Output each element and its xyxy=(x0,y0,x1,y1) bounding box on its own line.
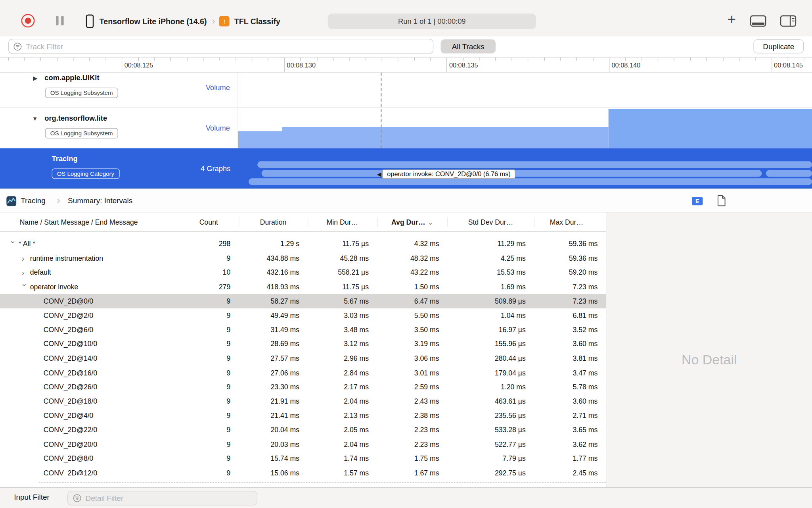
tooltip-arrow-icon: ◀ xyxy=(377,171,381,177)
row-min-cell: 3.48 ms xyxy=(308,326,377,334)
triangle-down-icon[interactable]: ▼ xyxy=(32,115,38,122)
breadcrumb-page[interactable]: Summary: Intervals xyxy=(68,196,132,205)
row-std-cell: 16.97 µs xyxy=(447,326,534,334)
track-filter-field[interactable] xyxy=(8,39,433,54)
extended-detail-button[interactable]: E xyxy=(692,197,703,205)
row-max-cell: 3.52 ms xyxy=(534,326,606,334)
row-name-cell: ›operator invoke xyxy=(0,283,179,291)
track-row-uikit[interactable]: ▶ com.apple.UIKit OS Logging Subsystem V… xyxy=(0,73,812,108)
ruler-tick-label: 00:08.125 xyxy=(124,62,153,69)
device-app-selector[interactable]: Tensorflow Lite iPhone (14.6) › ↑ TFL Cl… xyxy=(86,13,280,29)
header-count[interactable]: Count xyxy=(179,218,239,226)
table-row[interactable]: ›default10432.16 ms558.21 µs43.22 ms15.5… xyxy=(0,266,606,280)
ruler-tick xyxy=(122,58,122,73)
row-count-cell: 9 xyxy=(179,340,239,348)
table-row[interactable]: CONV_2D@12/0915.06 ms1.57 ms1.67 ms292.7… xyxy=(0,466,606,475)
document-button[interactable] xyxy=(717,195,726,209)
table-row[interactable]: CONV_2D@22/0920.04 ms2.05 ms2.23 ms533.2… xyxy=(0,423,606,437)
ruler-tick xyxy=(414,58,414,61)
row-max-cell: 3.81 ms xyxy=(534,354,606,362)
interval-bar[interactable] xyxy=(257,161,812,168)
row-min-cell: 2.04 ms xyxy=(308,441,377,448)
table-row[interactable]: CONV_2D@8/0915.74 ms1.74 ms1.75 ms7.79 µ… xyxy=(0,452,606,466)
track-label: ▶ com.apple.UIKit OS Logging Subsystem V… xyxy=(0,73,238,108)
track-filter-input[interactable] xyxy=(26,42,383,50)
row-max-cell: 3.60 ms xyxy=(534,398,606,406)
table-row[interactable]: CONV_2D@18/0921.91 ms2.04 ms2.43 ms463.6… xyxy=(0,394,606,408)
row-max-cell: 3.62 ms xyxy=(534,441,606,448)
track-row-tensorflow[interactable]: ▼ org.tensorflow.lite OS Logging Subsyst… xyxy=(0,108,812,148)
table-row[interactable]: ›* All *2981.29 s11.75 µs4.32 ms11.29 ms… xyxy=(0,237,606,251)
row-name-cell: CONV_2D@14/0 xyxy=(0,354,179,362)
row-name-label: CONV_2D@18/0 xyxy=(44,398,98,406)
row-name-cell: CONV_2D@20/0 xyxy=(0,441,179,448)
column-separator xyxy=(308,217,308,227)
all-tracks-button[interactable]: All Tracks xyxy=(441,39,496,53)
header-name[interactable]: Name / Start Message / End Message xyxy=(0,218,179,226)
header-duration[interactable]: Duration xyxy=(239,218,308,226)
right-panel-toggle[interactable] xyxy=(780,15,797,29)
record-button[interactable] xyxy=(21,14,35,27)
header-avg-dur[interactable]: Avg Dur…⌄ xyxy=(377,218,448,226)
pause-button[interactable] xyxy=(56,16,64,25)
row-duration-cell: 27.06 ms xyxy=(239,369,308,377)
triangle-right-icon[interactable]: ▶ xyxy=(33,75,38,82)
header-min-dur[interactable]: Min Dur… xyxy=(308,218,377,226)
ruler-tick xyxy=(138,58,138,61)
ruler-tick xyxy=(674,58,674,61)
detail-filter-field[interactable] xyxy=(67,491,257,506)
header-avg-dur-label: Avg Dur… xyxy=(391,218,425,226)
row-min-cell: 11.75 µs xyxy=(308,283,377,291)
row-min-cell: 2.17 ms xyxy=(308,383,377,391)
table-row[interactable]: CONV_2D@26/0923.30 ms2.17 ms2.59 ms1.20 … xyxy=(0,380,606,394)
table-row[interactable]: CONV_2D@10/0928.69 ms3.12 ms3.19 ms155.9… xyxy=(0,337,606,351)
ruler-tick xyxy=(772,58,772,73)
table-row[interactable]: ›runtime instrumentation9434.88 ms45.28 … xyxy=(0,251,606,266)
chevron-right-icon[interactable]: › xyxy=(22,254,30,262)
row-std-cell: 280.44 µs xyxy=(447,354,534,362)
row-avg-cell: 6.47 ms xyxy=(377,297,448,305)
header-std-dev-dur[interactable]: Std Dev Dur… xyxy=(447,218,534,226)
table-row[interactable]: CONV_2D@20/0920.03 ms2.04 ms2.23 ms522.7… xyxy=(0,437,606,451)
row-avg-cell: 1.50 ms xyxy=(377,283,448,291)
ruler-tick xyxy=(73,58,73,61)
duplicate-button[interactable]: Duplicate xyxy=(753,39,804,53)
bottom-panel-toggle[interactable] xyxy=(750,15,766,29)
row-avg-cell: 3.01 ms xyxy=(377,369,448,377)
chevron-right-icon[interactable]: › xyxy=(22,269,30,277)
track-name: Tracing xyxy=(52,154,78,163)
playhead-line[interactable] xyxy=(381,73,382,148)
row-count-cell: 9 xyxy=(179,441,239,448)
ruler-tick xyxy=(788,58,788,61)
ruler-tick xyxy=(301,58,301,61)
chevron-down-icon[interactable]: › xyxy=(10,241,17,247)
table-row[interactable]: CONV_2D@6/0931.49 ms3.48 ms3.50 ms16.97 … xyxy=(0,323,606,337)
chevron-down-icon[interactable]: › xyxy=(21,284,29,290)
track-badge: OS Logging Subsystem xyxy=(45,88,118,98)
interval-bar[interactable] xyxy=(766,170,812,177)
interval-bar[interactable] xyxy=(249,178,812,185)
table-row[interactable]: ›operator invoke279418.93 ms11.75 µs1.50… xyxy=(0,280,606,294)
row-count-cell: 9 xyxy=(179,369,239,377)
row-count-cell: 9 xyxy=(179,426,239,434)
tracing-instrument-icon xyxy=(6,196,17,208)
detail-filter-input[interactable] xyxy=(86,494,242,502)
header-max-dur[interactable]: Max Dur… xyxy=(534,218,606,226)
add-instrument-button[interactable]: + xyxy=(724,12,739,27)
table-row[interactable]: CONV_2D@2/0949.49 ms3.03 ms5.50 ms1.04 m… xyxy=(0,308,606,323)
timeline-ruler[interactable]: 00:08.12500:08.13000:08.13500:08.14000:0… xyxy=(0,57,812,73)
row-name-label: CONV_2D@26/0 xyxy=(44,383,98,391)
ruler-tick-label: 00:08.145 xyxy=(774,62,803,69)
ruler-tick xyxy=(40,58,41,61)
row-min-cell: 2.84 ms xyxy=(308,369,377,377)
table-row[interactable]: CONV_2D@4/0921.41 ms2.13 ms2.38 ms235.56… xyxy=(0,408,606,423)
row-min-cell: 11.75 µs xyxy=(308,240,377,248)
row-duration-cell: 31.49 ms xyxy=(239,326,308,334)
row-max-cell: 5.78 ms xyxy=(534,383,606,391)
track-row-tracing[interactable]: Tracing OS Logging Category 4 Graphs ◀ o… xyxy=(0,148,812,189)
table-row[interactable]: CONV_2D@16/0927.06 ms2.84 ms3.01 ms179.0… xyxy=(0,366,606,380)
table-row[interactable]: CONV_2D@14/0927.57 ms2.96 ms3.06 ms280.4… xyxy=(0,351,606,366)
table-row[interactable]: CONV_2D@0/0958.27 ms5.67 ms6.47 ms509.89… xyxy=(0,294,606,308)
breadcrumb-root[interactable]: Tracing xyxy=(21,196,45,205)
input-filter-label: Input Filter xyxy=(14,493,49,501)
